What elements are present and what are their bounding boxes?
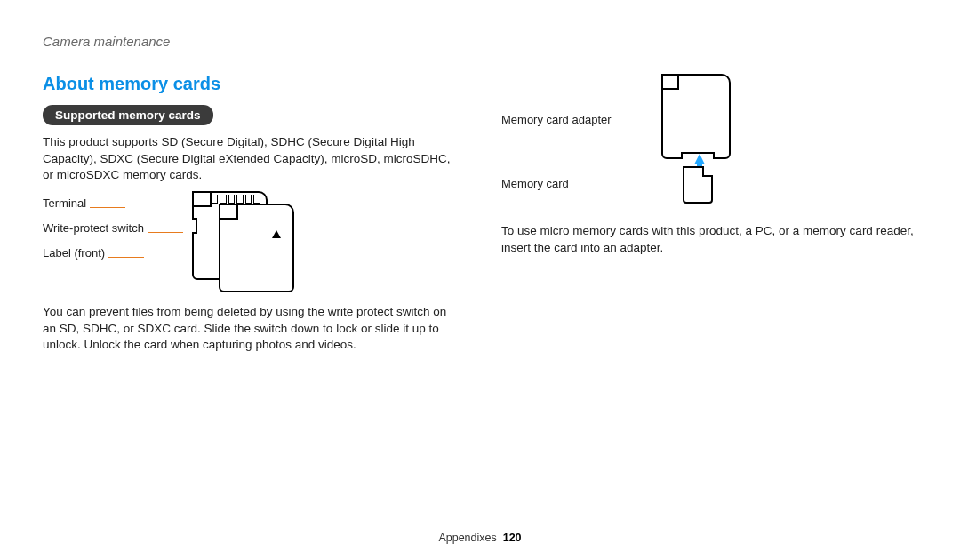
breadcrumb: Camera maintenance (43, 34, 917, 49)
subsection-pill: Supported memory cards (43, 105, 213, 125)
leader-line (90, 207, 125, 208)
content-columns: About memory cards Supported memory card… (43, 74, 917, 359)
sd-card-diagram: Terminal Write-protect switch Label (fro… (43, 191, 459, 293)
microsd-icon (683, 166, 713, 204)
adapter-icon (656, 74, 745, 207)
leader-line (108, 257, 144, 258)
adapter-diagram-labels: Memory card adapter Memory card (501, 108, 651, 196)
label-terminal: Terminal (43, 197, 86, 210)
left-column: About memory cards Supported memory card… (43, 74, 459, 359)
section-title: About memory cards (43, 74, 459, 94)
leader-line (615, 124, 651, 124)
right-column: Memory card adapter Memory card To use m… (501, 74, 917, 359)
label-write-protect: Write-protect switch (43, 222, 144, 235)
leader-line (148, 232, 183, 233)
label-memory-card: Memory card (501, 178, 569, 190)
sd-card-icon (192, 191, 299, 293)
leader-line (572, 188, 608, 188)
label-front: Label (front) (43, 247, 105, 260)
label-adapter: Memory card adapter (501, 114, 612, 126)
write-protect-text: You can prevent files from being deleted… (43, 304, 459, 354)
adapter-diagram: Memory card adapter Memory card (501, 74, 917, 207)
supported-cards-text: This product supports SD (Secure Digital… (43, 134, 459, 184)
insert-arrow-icon (694, 154, 705, 164)
adapter-instruction-text: To use micro memory cards with this prod… (501, 223, 917, 256)
page-number: 120 (503, 532, 522, 544)
footer-section: Appendixes (438, 532, 496, 544)
sd-diagram-labels: Terminal Write-protect switch Label (fro… (43, 191, 183, 266)
page-footer: Appendixes 120 (0, 532, 960, 544)
